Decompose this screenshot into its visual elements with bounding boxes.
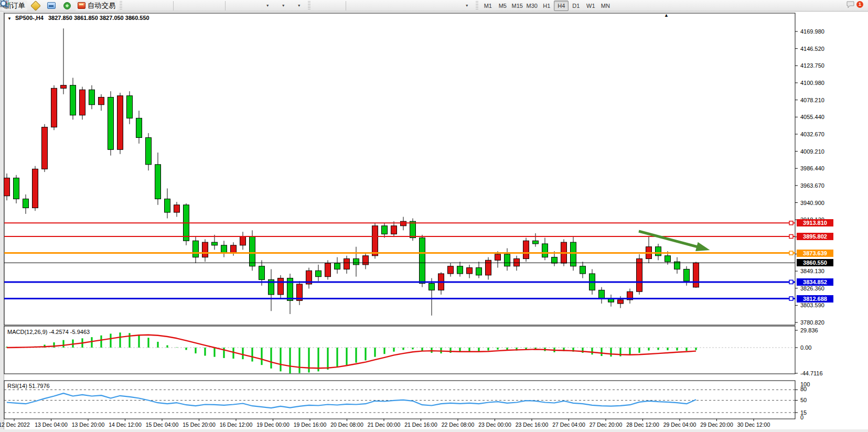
toolbar-grip (308, 1, 310, 10)
cursor-icon[interactable] (313, 0, 327, 12)
tile-windows-icon[interactable] (208, 0, 222, 12)
candle (637, 254, 642, 295)
candle (117, 93, 123, 154)
y-axis-label: 3963.670 (800, 182, 863, 189)
candle (410, 218, 416, 241)
level-price-badge: 3873.639 (797, 250, 833, 257)
fibo-icon[interactable]: F (412, 0, 426, 12)
timeframe-m15[interactable]: M15 (510, 1, 524, 11)
x-axis-label: 14 Dec 12:00 (109, 422, 141, 428)
y-axis-label: 3849.130 (800, 268, 863, 274)
timeframe-mn[interactable]: MN (598, 1, 613, 11)
macd-label: MACD(12,26,9) -4.2574 -5.9463 (7, 329, 90, 335)
vline-icon[interactable] (349, 0, 363, 12)
chart-symbol-timeframe: SP500-,H4 (15, 15, 44, 21)
x-axis-label: 19 Dec 00:00 (256, 422, 289, 428)
y-axis-label: 4055.440 (800, 114, 863, 120)
text-icon[interactable]: A (427, 0, 442, 12)
x-axis-label: 28 Dec 12:00 (626, 422, 659, 428)
level-price-badge: 3913.810 (797, 219, 833, 226)
channel-icon[interactable]: E (396, 0, 411, 12)
trendline-icon[interactable] (380, 0, 395, 12)
zoom-out-icon[interactable] (192, 0, 207, 12)
periods-icon[interactable]: ▼ (275, 0, 290, 12)
search-icon[interactable] (830, 0, 845, 12)
x-axis-label: 29 Dec 04:00 (663, 422, 696, 428)
main-toolbar: 新订单 自动交易 ▼ ▼ (0, 0, 868, 12)
timeframe-d1[interactable]: D1 (569, 1, 583, 11)
chart-line-icon[interactable] (156, 0, 170, 12)
timeframe-m1[interactable]: M1 (480, 1, 495, 11)
x-axis-label: 13 Dec 04:00 (35, 422, 67, 428)
chart-title: ▼ SP500-,H4 3827.850 3861.850 3827.050 3… (7, 15, 149, 21)
subwindow-arrow-icon[interactable]: ▲ (664, 13, 669, 18)
macd-axis-label: -44.7116 (800, 370, 863, 376)
y-axis-label: 3940.900 (800, 200, 863, 206)
x-axis-label: 15 Dec 20:00 (183, 422, 215, 428)
candle (42, 124, 48, 172)
arrange-down-icon[interactable] (244, 0, 259, 12)
candle (184, 203, 189, 245)
chart-candles-icon[interactable] (140, 0, 155, 12)
chevron-down-icon: ▼ (282, 4, 285, 7)
timeframe-h1[interactable]: H1 (539, 1, 554, 11)
candle (693, 262, 699, 288)
chevron-down-icon: ▼ (297, 4, 301, 7)
hline-icon[interactable] (365, 0, 379, 12)
timeframe-h4[interactable]: H4 (554, 1, 569, 11)
x-axis-label: 21 Dec 16:00 (404, 422, 437, 428)
y-axis-label: 4146.520 (800, 46, 863, 52)
candle (33, 166, 38, 211)
candle (51, 85, 57, 131)
crosshair-icon[interactable] (328, 0, 343, 12)
timeframe-m30[interactable]: M30 (524, 1, 539, 11)
arrange-up-icon[interactable] (228, 0, 243, 12)
chart-bars-icon[interactable] (124, 0, 139, 12)
candle (523, 238, 529, 262)
signals-icon[interactable] (60, 0, 74, 12)
y-axis-label: 3803.590 (800, 302, 863, 308)
rsi-label: RSI(14) 51.7976 (7, 383, 50, 389)
x-axis-label: 27 Dec 20:00 (590, 422, 622, 428)
level-price-badge: 3812.688 (797, 295, 833, 303)
timeframe-bar: M1M5M15M30H1H4D1W1MN (480, 1, 613, 11)
candle (108, 91, 114, 156)
y-axis-label: 3780.820 (800, 319, 863, 326)
x-axis-label: 21 Dec 00:00 (368, 422, 400, 428)
y-axis-label: 4169.980 (800, 28, 863, 35)
label-icon[interactable]: T (443, 0, 458, 12)
toolbar-grip (476, 1, 478, 10)
x-axis-label: 29 Dec 20:00 (700, 422, 733, 428)
candle (80, 87, 85, 120)
candle (420, 235, 425, 287)
x-axis-label: 13 Dec 20:00 (72, 422, 104, 428)
timeframe-m5[interactable]: M5 (495, 1, 510, 11)
rsi-axis-label: 80 (800, 386, 863, 392)
rsi-axis-label: 0 (800, 414, 863, 420)
chevron-down-icon: ▼ (266, 4, 270, 7)
shapes-icon[interactable]: ▼ (459, 0, 474, 12)
chat-icon[interactable]: 1 (846, 0, 861, 12)
macd-axis-label: 0.00 (800, 344, 863, 351)
indicators-add-icon[interactable]: ▼ (260, 0, 274, 12)
x-axis-label: 15 Dec 04:00 (146, 422, 178, 428)
toolbar-grip (120, 1, 122, 10)
charts-icon[interactable] (28, 0, 43, 12)
notification-badge: 1 (856, 1, 863, 8)
y-axis-label: 4078.210 (800, 97, 863, 103)
y-axis-label: 4009.210 (800, 148, 863, 155)
timeframe-w1[interactable]: W1 (583, 1, 598, 11)
y-axis-label: 4123.750 (800, 62, 863, 69)
main-chart-canvas[interactable] (0, 12, 868, 432)
x-axis-label: 16 Dec 12:00 (220, 422, 252, 428)
level-price-badge: 3834.852 (797, 278, 833, 286)
templates-icon[interactable]: ▼ (291, 0, 306, 12)
terminal-icon[interactable] (44, 0, 59, 12)
zoom-in-icon[interactable] (176, 0, 191, 12)
autotrading-button[interactable]: 自动交易 (76, 1, 117, 11)
candle (325, 260, 331, 279)
macd-axis-label: 29.836 (800, 327, 863, 333)
chart-ohlc-values: 3827.850 3861.850 3827.050 3860.550 (48, 15, 149, 21)
autotrading-label: 自动交易 (88, 1, 115, 10)
collapse-triangle-icon[interactable]: ▼ (7, 16, 12, 21)
